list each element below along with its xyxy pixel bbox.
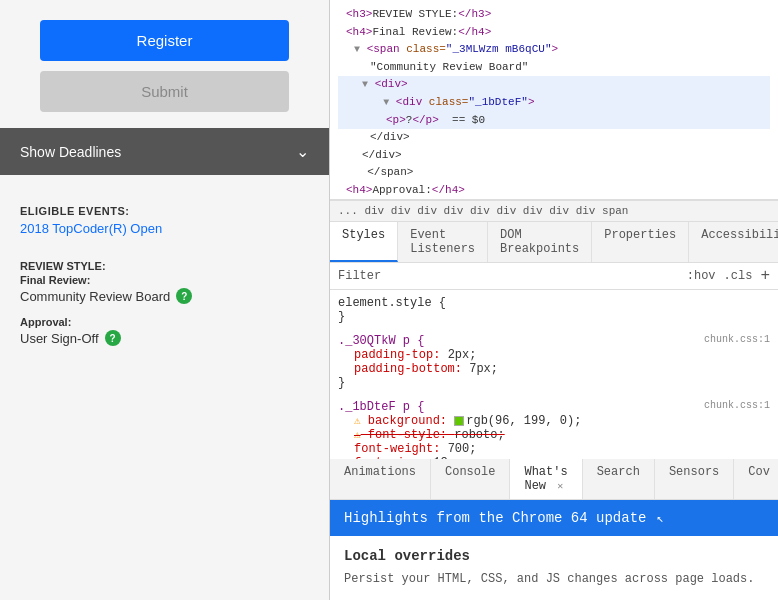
left-panel: Register Submit Show Deadlines ⌄ ELIGIBL…: [0, 0, 330, 600]
show-deadlines-label: Show Deadlines: [20, 144, 121, 160]
eligible-events-value[interactable]: 2018 TopCoder(R) Open: [20, 221, 309, 236]
devtools-styles-tabs: Styles Event Listeners DOM Breakpoints P…: [330, 222, 778, 263]
css-rule-30QTkW: ._30QTkW p { chunk.css:1 padding-top: 2p…: [338, 334, 770, 390]
tab-properties[interactable]: Properties: [592, 222, 689, 262]
color-swatch: [454, 416, 464, 426]
approval-info-badge[interactable]: ?: [105, 330, 121, 346]
tab-styles[interactable]: Styles: [330, 222, 398, 262]
chevron-down-icon: ⌄: [296, 142, 309, 161]
styles-panel: Filter :hov .cls + element.style { } ._3…: [330, 263, 778, 459]
approval-value: User Sign-Off: [20, 331, 99, 346]
tab-accessibility[interactable]: Accessibility: [689, 222, 778, 262]
tab-search[interactable]: Search: [583, 459, 655, 499]
tab-coverage[interactable]: Cov: [734, 459, 778, 499]
html-line: </span>: [338, 164, 770, 182]
review-style-title: REVIEW STYLE:: [20, 260, 309, 272]
html-line: <h3>REVIEW STYLE:</h3>: [338, 6, 770, 24]
final-review-row: Community Review Board ?: [20, 288, 309, 304]
final-review-info-badge[interactable]: ?: [176, 288, 192, 304]
bottom-tabs: Animations Console What's New ✕ Search S…: [330, 459, 778, 500]
devtools-panel: <h3>REVIEW STYLE:</h3> <h4>Final Review:…: [330, 0, 778, 600]
whats-new-text: Highlights from the Chrome 64 update: [344, 510, 646, 526]
approval-row: User Sign-Off ?: [20, 330, 309, 346]
html-line: ▼ <span class="_3MLWzm mB6qCU">: [338, 41, 770, 59]
show-deadlines-bar[interactable]: Show Deadlines ⌄: [0, 128, 329, 175]
final-review-value: Community Review Board: [20, 289, 170, 304]
html-line: <h4>Approval:</h4>: [338, 182, 770, 200]
approval-label: Approval:: [20, 316, 309, 328]
tab-animations[interactable]: Animations: [330, 459, 431, 499]
tab-whats-new[interactable]: What's New ✕: [510, 459, 582, 499]
filter-input[interactable]: [389, 269, 679, 283]
tab-console[interactable]: Console: [431, 459, 510, 499]
html-line: ▼ <div class="_1bDteF">: [338, 94, 770, 112]
css-rule-1bDteF: ._1bDteF p { chunk.css:1 ⚠ background: r…: [338, 400, 770, 459]
filter-hov[interactable]: :hov: [687, 269, 716, 283]
local-overrides-title: Local overrides: [344, 548, 764, 564]
local-overrides-desc: Persist your HTML, CSS, and JS changes a…: [344, 570, 764, 588]
eligible-events-title: ELIGIBLE EVENTS:: [20, 205, 309, 217]
filter-label: Filter: [338, 269, 381, 283]
html-line: "Community Review Board": [338, 59, 770, 77]
filter-bar: Filter :hov .cls +: [330, 263, 778, 290]
filter-plus-button[interactable]: +: [760, 267, 770, 285]
tab-sensors[interactable]: Sensors: [655, 459, 734, 499]
whats-new-panel: Highlights from the Chrome 64 update ↖: [330, 500, 778, 536]
html-line: ▼ <div>: [338, 76, 770, 94]
html-line: <p>?</p> == $0: [338, 112, 770, 130]
html-source-view: <h3>REVIEW STYLE:</h3> <h4>Final Review:…: [330, 0, 778, 200]
tab-event-listeners[interactable]: Event Listeners: [398, 222, 488, 262]
filter-cls[interactable]: .cls: [724, 269, 753, 283]
breadcrumb-bar: ... div div div div div div div div div …: [330, 200, 778, 222]
tab-dom-breakpoints[interactable]: DOM Breakpoints: [488, 222, 592, 262]
submit-button[interactable]: Submit: [40, 71, 289, 112]
css-rule-element-style: element.style { }: [338, 296, 770, 324]
local-overrides-section: Local overrides Persist your HTML, CSS, …: [330, 536, 778, 600]
cursor-icon: ↖: [656, 511, 663, 526]
html-line: <h4>Final Review:</h4>: [338, 24, 770, 42]
final-review-label: Final Review:: [20, 274, 309, 286]
html-line: </div>: [338, 147, 770, 165]
review-style-section: REVIEW STYLE: Final Review: Community Re…: [20, 260, 309, 358]
css-rules: element.style { } ._30QTkW p { chunk.css…: [330, 290, 778, 459]
register-button[interactable]: Register: [40, 20, 289, 61]
html-line: </div>: [338, 129, 770, 147]
whats-new-close-icon[interactable]: ✕: [557, 481, 563, 492]
